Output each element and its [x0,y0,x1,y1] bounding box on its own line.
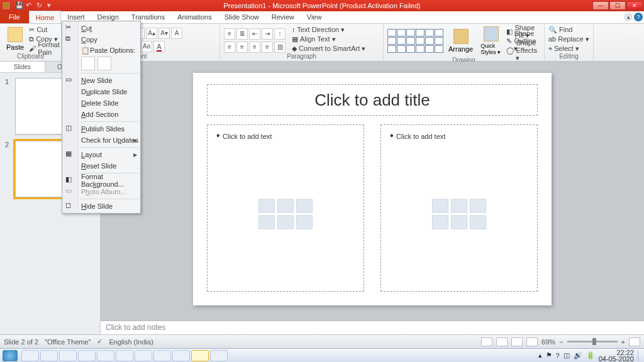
reading-view-button[interactable] [511,337,523,346]
ctx-add-section[interactable]: Add Section [62,109,140,120]
tab-review[interactable]: Review [265,11,301,23]
ctx-new-slide[interactable]: ▭New Slide [62,75,140,86]
save-icon[interactable]: 💾 [15,1,24,10]
font-color-button[interactable]: A [153,41,165,52]
tab-view[interactable]: View [301,11,328,23]
taskbar-chrome[interactable] [135,350,152,361]
case-button[interactable]: Aa [141,41,152,52]
taskbar-acrobat[interactable] [172,350,190,361]
clipart-icon[interactable] [451,216,467,229]
smartart-icon[interactable] [296,199,313,213]
tab-slideshow[interactable]: Slide Show [218,11,265,23]
tray-network-icon[interactable]: ◫ [564,351,570,359]
taskbar-ie[interactable] [40,350,58,361]
normal-view-button[interactable] [481,337,492,346]
tray-expand-icon[interactable]: ▴ [538,351,542,359]
shape-effects-button[interactable]: ◯Shape Effects ▾ [506,46,540,55]
align-text-button[interactable]: ▦Align Text ▾ [292,35,365,43]
content-placeholder-left[interactable]: • Click to add text [207,124,364,292]
spellcheck-icon[interactable]: ✓ [97,337,103,346]
zoom-out-button[interactable]: − [559,338,563,346]
taskbar-app[interactable] [97,350,114,361]
shrink-font-button[interactable]: A▾ [158,28,170,39]
ctx-format-background[interactable]: ◧Format Background... [62,175,140,186]
sorter-view-button[interactable] [496,337,508,346]
taskbar-explorer[interactable] [21,350,39,361]
replace-button[interactable]: abReplace ▾ [548,35,589,43]
fit-window-button[interactable] [629,337,640,346]
redo-icon[interactable]: ↻ [36,1,45,10]
taskbar-word[interactable] [210,350,228,361]
ctx-publish-slides[interactable]: ◫Publish Slides [62,123,140,134]
paste-button[interactable]: Paste [4,26,26,52]
tray-battery-icon[interactable]: 🔋 [586,351,595,359]
grow-font-button[interactable]: A▴ [146,28,157,39]
ctx-cut[interactable]: ✂Cut [62,23,140,34]
bullets-button[interactable]: ≡ [224,28,235,40]
ctx-copy[interactable]: ⧉Copy [62,34,140,45]
taskbar-app[interactable] [78,350,96,361]
tab-animations[interactable]: Animations [171,11,218,23]
panel-tab-slides[interactable]: Slides [0,62,45,72]
minimize-ribbon-icon[interactable]: ▴ [624,13,633,21]
ctx-check-updates[interactable]: Check for Updates▶ [62,134,140,146]
minimize-button[interactable]: — [592,1,609,10]
tray-volume-icon[interactable]: 🔊 [574,351,582,359]
slide-canvas[interactable]: Click to add title • Click to add text •… [193,73,552,305]
zoom-in-button[interactable]: + [621,338,625,346]
align-right-button[interactable]: ≡ [249,41,260,53]
taskbar-firefox[interactable] [153,350,171,361]
smartart-button[interactable]: ◆Convert to SmartArt ▾ [292,44,365,53]
paste-keep-source-icon[interactable] [81,57,95,70]
taskbar-powerpoint[interactable] [191,350,209,361]
undo-icon[interactable]: ↶ [26,1,35,10]
close-button[interactable]: ✕ [626,1,643,10]
line-spacing-button[interactable]: ↕ [274,28,286,40]
cut-button[interactable]: ✂Cut [29,25,60,34]
select-button[interactable]: ⌖Select ▾ [548,44,589,53]
numbering-button[interactable]: ≣ [236,28,248,40]
smartart-icon[interactable] [470,199,486,213]
zoom-slider[interactable] [567,341,618,343]
text-direction-button[interactable]: ↕Text Direction ▾ [292,25,365,34]
quick-styles-button[interactable]: Quick Styles ▾ [478,25,504,57]
tray-help-icon[interactable]: ? [556,352,560,359]
shapes-gallery[interactable] [387,29,443,53]
arrange-button[interactable]: Arrange [446,28,475,54]
tab-home[interactable]: Home [29,11,61,23]
align-center-button[interactable]: ≡ [236,41,248,53]
indent-inc-button[interactable]: ⇥ [262,28,273,40]
title-placeholder[interactable]: Click to add title [207,84,538,116]
clear-format-button[interactable]: A [171,28,182,39]
qat-dropdown-icon[interactable]: ▾ [47,1,56,10]
ctx-delete-slide[interactable]: Delete Slide [62,97,140,109]
find-button[interactable]: 🔍Find [548,25,589,34]
table-icon[interactable] [258,199,275,213]
taskbar-photos[interactable] [116,350,133,361]
indent-dec-button[interactable]: ⇤ [249,28,260,40]
maximize-button[interactable]: ☐ [609,1,626,10]
media-icon[interactable] [470,216,486,229]
file-tab[interactable]: File [0,11,29,23]
media-icon[interactable] [296,216,313,229]
content-placeholder-right[interactable]: • Click to add text [380,124,538,292]
picture-icon[interactable] [432,216,448,229]
clipart-icon[interactable] [277,216,294,229]
paste-picture-icon[interactable] [97,57,111,70]
ctx-duplicate-slide[interactable]: Duplicate Slide [62,86,140,97]
language-indicator[interactable]: English (India) [109,338,153,346]
ctx-layout[interactable]: ▦Layout▶ [62,149,140,160]
columns-button[interactable]: ▥ [274,41,286,53]
notes-pane[interactable]: Click to add notes [101,321,644,334]
align-left-button[interactable]: ≡ [224,41,235,53]
slideshow-view-button[interactable] [526,337,538,346]
chart-icon[interactable] [277,199,294,213]
start-button[interactable] [3,350,18,361]
format-painter-button[interactable]: 🖌Format Pain [29,44,60,53]
chart-icon[interactable] [451,199,467,213]
justify-button[interactable]: ≡ [262,41,273,53]
help-icon[interactable]: ? [634,13,643,21]
ctx-hide-slide[interactable]: ◻Hide Slide [62,200,140,212]
table-icon[interactable] [432,199,448,213]
taskbar-clock[interactable]: 22:22 04-05-2020 [599,349,634,362]
